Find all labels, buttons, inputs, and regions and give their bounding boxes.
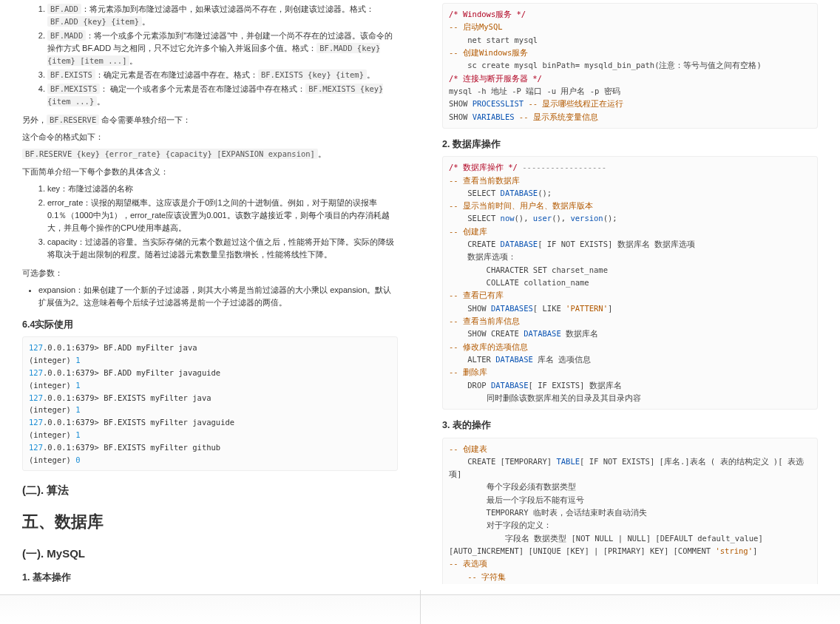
l4a: (integer) [29, 381, 75, 390]
sql-windows-service: /* Windows服务 */ -- 启动MySQL net start mys… [442, 3, 818, 129]
cmd-format-label: 这个命令的格式如下： [22, 131, 398, 143]
left-column: BF.ADD：将元素添加到布隆过滤器中，如果该过滤器尚不存在，则创建该过滤器。格… [0, 0, 420, 584]
param-expansion: expansion：如果创建了一个新的子过滤器，则其大小将是当前过滤器的大小乘以… [38, 284, 398, 309]
l8a: (integer) [29, 430, 75, 439]
bf-madd-item: BF.MADD：将一个或多个元素添加到"布隆过滤器"中，并创建一个尚不存在的过滤… [47, 30, 398, 67]
l7b: .0.0.1:6379> BF.EXISTS myFilter javaguid… [43, 418, 234, 427]
two-column-layout: BF.ADD：将元素添加到布隆过滤器中，如果该过滤器尚不存在，则创建该过滤器。格… [0, 0, 840, 584]
l10a: (integer) [29, 455, 75, 464]
sql-table-ops: -- 创建表 CREATE [TEMPORARY] TABLE[ IF NOT … [442, 438, 818, 585]
l9a: 127 [29, 443, 43, 452]
bf-add-code: BF.ADD [47, 4, 81, 14]
bf-add-item: BF.ADD：将元素添加到布隆过滤器中，如果该过滤器尚不存在，则创建该过滤器。格… [47, 3, 398, 28]
param-error-rate: error_rate：误报的期望概率。这应该是介于0到1之间的十进制值。例如，对… [47, 197, 398, 234]
heading-basic-ops: 1. 基本操作 [22, 571, 398, 584]
bf-madd-code: BF.MADD [47, 30, 86, 41]
l1a: 127 [29, 343, 43, 352]
bf-mexists-item: BF.MEXISTS： 确定一个或者多个元素是否在布隆过滤器中存在格式：BF.M… [47, 83, 398, 108]
bf-add-text: ：将元素添加到布隆过滤器中，如果该过滤器尚不存在，则创建该过滤器。格式： [81, 4, 374, 13]
heading-db-ops: 2. 数据库操作 [442, 138, 818, 152]
param-capacity: capacity：过滤器的容量。当实际存储的元素个数超过这个值之后，性能将开始下… [47, 236, 398, 261]
bf-mexists-text: ： 确定一个或者多个元素是否在布隆过滤器中存在格式： [100, 84, 305, 93]
sql-db-ops: /* 数据库操作 */ ------------------ -- 查看当前数据… [442, 156, 818, 410]
heading-algorithm: (二). 算法 [22, 481, 398, 498]
param-key: key：布隆过滤器的名称 [47, 183, 398, 195]
l6a: (integer) [29, 405, 75, 414]
l3a: 127 [29, 368, 43, 377]
l9b: .0.0.1:6379> BF.EXISTS myFilter github [43, 443, 220, 452]
l5b: .0.0.1:6379> BF.EXISTS myFilter java [43, 393, 211, 402]
redis-cli-output: 127.0.0.1:6379> BF.ADD myFilter java (in… [22, 336, 398, 471]
reserve-cmd: BF.RESERVE {key} {error_rate} {capacity}… [22, 148, 398, 160]
bf-add-format: BF.ADD {key} {item} [47, 16, 142, 27]
bf-exists-item: BF.EXISTS：确定元素是否在布隆过滤器中存在。格式：BF.EXISTS {… [47, 69, 398, 81]
bf-exists-text: ：确定元素是否在布隆过滤器中存在。格式： [95, 70, 258, 79]
right-column: /* Windows服务 */ -- 启动MySQL net start mys… [420, 0, 840, 584]
l1b: .0.0.1:6379> BF.ADD myFilter java [43, 343, 197, 352]
reserve-a: 另外， [22, 115, 47, 124]
section-6-4: 6.4实际使用 [22, 318, 398, 332]
l7a: 127 [29, 418, 43, 427]
l8b: 1 [75, 430, 80, 439]
reserve-b: 命令需要单独介绍一下： [99, 115, 191, 124]
l2a: (integer) [29, 356, 75, 364]
heading-mysql: (一). MySQL [22, 545, 398, 562]
l3b: .0.0.1:6379> BF.ADD myFilter javaguide [43, 368, 220, 377]
reserve-intro: 另外，BF.RESERVE 命令需要单独介绍一下： [22, 114, 398, 126]
l2b: 1 [75, 356, 80, 364]
center-divider [420, 590, 421, 624]
optional-params-list: expansion：如果创建了一个新的子过滤器，则其大小将是当前过滤器的大小乘以… [22, 284, 398, 309]
page: BF.ADD：将元素添加到布隆过滤器中，如果该过滤器尚不存在，则创建该过滤器。格… [0, 0, 840, 624]
l4b: 1 [75, 381, 80, 390]
params-intro: 下面简单介绍一下每个参数的具体含义： [22, 166, 398, 178]
heading-database: 五、数据库 [22, 509, 398, 535]
bf-command-list: BF.ADD：将元素添加到布隆过滤器中，如果该过滤器尚不存在，则创建该过滤器。格… [22, 3, 398, 108]
bf-mexists-code: BF.MEXISTS [47, 84, 100, 94]
optional-params-label: 可选参数： [22, 267, 398, 279]
reserve-code: BF.RESERVE [47, 115, 99, 125]
l10b: 0 [75, 455, 80, 464]
heading-table-ops: 3. 表的操作 [442, 418, 818, 433]
l6b: 1 [75, 405, 80, 414]
l5a: 127 [29, 393, 43, 402]
reserve-cmd-code: BF.RESERVE {key} {error_rate} {capacity}… [22, 149, 318, 159]
bf-exists-format: BF.EXISTS {key} {item} [258, 69, 367, 80]
reserve-params-list: key：布隆过滤器的名称 error_rate：误报的期望概率。这应该是介于0到… [22, 183, 398, 261]
bf-exists-code: BF.EXISTS [47, 69, 95, 80]
